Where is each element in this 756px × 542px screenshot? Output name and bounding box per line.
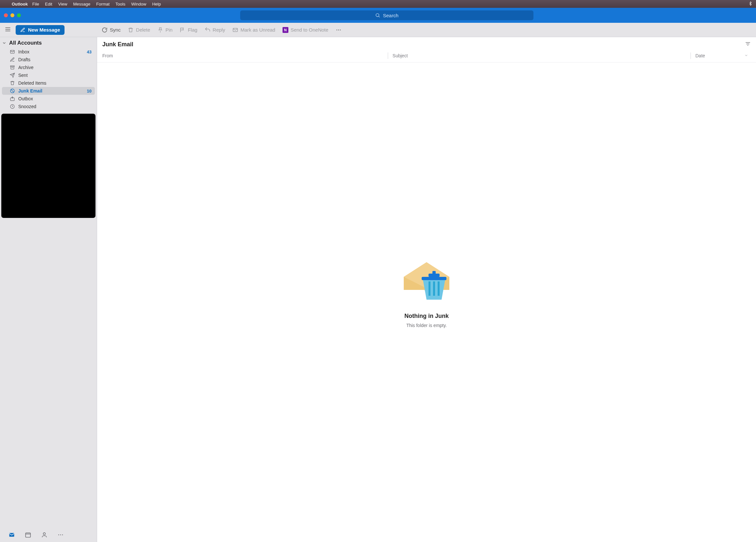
chevron-down-icon (2, 41, 7, 45)
menubar-message[interactable]: Message (73, 2, 90, 7)
svg-point-4 (340, 29, 341, 30)
reply-button[interactable]: Reply (205, 27, 225, 33)
folder-item-snoozed[interactable]: Snoozed (2, 103, 95, 110)
svg-point-16 (62, 535, 63, 535)
empty-state: Nothing in Junk This folder is empty. (97, 50, 756, 529)
folder-item-outbox[interactable]: Outbox (2, 95, 95, 103)
outbox-icon (10, 96, 15, 101)
svg-rect-21 (432, 271, 436, 274)
folder-item-drafts[interactable]: Drafts (2, 56, 95, 64)
folder-label: Drafts (18, 57, 92, 62)
accounts-header[interactable]: All Accounts (0, 37, 97, 48)
new-message-button[interactable]: New Message (16, 25, 65, 35)
filter-button[interactable] (745, 41, 751, 48)
delete-button[interactable]: Delete (128, 27, 150, 33)
svg-rect-25 (438, 281, 440, 296)
sent-icon (10, 73, 15, 78)
folder-label: Snoozed (18, 104, 92, 109)
window-header: Search (0, 8, 756, 23)
sidebar-preview-panel (1, 114, 95, 218)
menubar-tools[interactable]: Tools (115, 2, 125, 7)
new-message-label: New Message (28, 27, 60, 33)
flag-label: Flag (188, 27, 197, 33)
nav-more-button[interactable] (57, 532, 64, 538)
folder-count: 10 (87, 89, 92, 94)
pin-label: Pin (166, 27, 173, 33)
mark-unread-button[interactable]: Mark as Unread (232, 27, 275, 33)
sidebar-bottom-nav (0, 528, 97, 542)
empty-state-subtitle: This folder is empty. (406, 323, 447, 328)
svg-rect-7 (11, 67, 14, 69)
empty-junk-illustration (397, 251, 456, 309)
send-to-onenote-button[interactable]: N Send to OneNote (283, 27, 328, 33)
mail-unread-icon (232, 27, 238, 33)
drafts-icon (10, 57, 15, 62)
menubar-window[interactable]: Window (131, 2, 146, 7)
window-zoom-button[interactable] (17, 13, 21, 17)
sync-icon (102, 27, 108, 33)
filter-icon (745, 41, 751, 47)
ribbon-overflow-button[interactable] (336, 27, 342, 33)
reply-label: Reply (213, 27, 225, 33)
reply-icon (205, 27, 211, 33)
folder-label: Outbox (18, 96, 92, 101)
folder-title: Junk Email (102, 41, 745, 48)
search-placeholder: Search (383, 13, 399, 18)
menubar-edit[interactable]: Edit (45, 2, 52, 7)
send-onenote-label: Send to OneNote (291, 27, 328, 33)
folder-label: Inbox (18, 49, 84, 54)
empty-state-title: Nothing in Junk (404, 313, 449, 319)
menubar-format[interactable]: Format (96, 2, 109, 7)
onenote-icon: N (283, 27, 288, 33)
svg-rect-24 (433, 281, 435, 296)
menubar-help[interactable]: Help (152, 2, 161, 7)
delete-label: Delete (136, 27, 150, 33)
sync-label: Sync (110, 27, 121, 33)
toggle-sidebar-button[interactable] (5, 26, 11, 34)
global-search[interactable]: Search (240, 10, 533, 20)
svg-rect-26 (422, 277, 446, 280)
folder-label: Junk Email (18, 88, 84, 94)
bluetooth-status-icon[interactable] (748, 1, 753, 7)
accounts-header-label: All Accounts (9, 40, 42, 46)
junk-icon (10, 88, 15, 94)
svg-point-3 (338, 29, 339, 30)
svg-point-0 (376, 14, 379, 17)
nav-mail-button[interactable] (8, 532, 15, 538)
search-icon (375, 13, 380, 18)
message-list-pane: Junk Email From Subject Date (97, 37, 756, 542)
window-minimize-button[interactable] (10, 13, 14, 17)
svg-rect-12 (26, 533, 31, 537)
window-traffic-lights (4, 13, 21, 17)
folder-label: Deleted Items (18, 81, 92, 86)
compose-icon (20, 27, 25, 33)
mark-unread-label: Mark as Unread (240, 27, 275, 33)
menubar-app-name[interactable]: Outlook (12, 2, 28, 7)
folder-list: Inbox43DraftsArchiveSentDeleted ItemsJun… (0, 48, 97, 110)
flag-button[interactable]: Flag (180, 27, 197, 33)
menubar-file[interactable]: File (32, 2, 39, 7)
folder-item-junk[interactable]: Junk Email10 (2, 87, 95, 95)
nav-calendar-button[interactable] (25, 532, 31, 538)
flag-icon (180, 27, 185, 33)
menubar-view[interactable]: View (58, 2, 67, 7)
folder-item-inbox[interactable]: Inbox43 (2, 48, 95, 56)
macos-menubar: Outlook File Edit View Message Format To… (0, 0, 756, 8)
sidebar: All Accounts Inbox43DraftsArchiveSentDel… (0, 37, 97, 542)
window-close-button[interactable] (4, 13, 8, 17)
folder-item-archive[interactable]: Archive (2, 64, 95, 71)
deleted-icon (10, 81, 15, 86)
sync-button[interactable]: Sync (102, 27, 121, 33)
toolbar: New Message Sync Delete Pin Flag Reply M… (0, 23, 756, 37)
nav-people-button[interactable] (41, 532, 48, 538)
pin-button[interactable]: Pin (157, 27, 173, 33)
svg-point-2 (336, 29, 337, 30)
folder-count: 43 (87, 50, 92, 54)
folder-label: Archive (18, 65, 92, 70)
folder-item-deleted[interactable]: Deleted Items (2, 79, 95, 87)
snoozed-icon (10, 104, 15, 109)
folder-item-sent[interactable]: Sent (2, 71, 95, 79)
folder-label: Sent (18, 73, 92, 78)
svg-point-13 (43, 533, 46, 535)
svg-point-15 (60, 535, 61, 535)
